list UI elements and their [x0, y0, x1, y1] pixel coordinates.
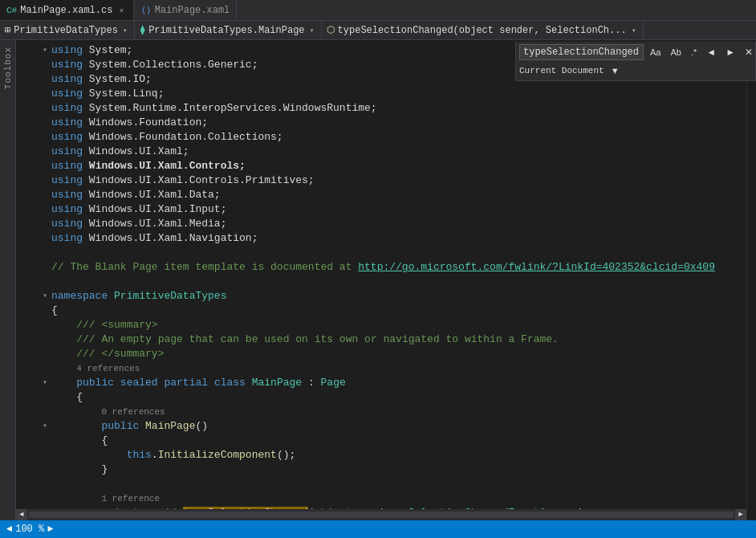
fold-button [39, 188, 51, 202]
token: SelectionChangedEventArgs [408, 507, 565, 509]
token: (); [277, 449, 295, 461]
token: 1 reference [101, 494, 160, 503]
code-content: public MainPage() [51, 419, 743, 434]
fold-button[interactable]: ▾ [39, 289, 51, 304]
class-icon: ⧫ [140, 24, 145, 36]
fold-button[interactable]: ▾ [39, 419, 51, 434]
zoom-increase-btn[interactable]: ► [47, 524, 53, 535]
tab-cs-close[interactable]: ✕ [116, 5, 127, 16]
token: using [51, 131, 83, 143]
find-regex-btn[interactable]: .* [688, 46, 700, 59]
breadcrumb-method[interactable]: ⬡ typeSelectionChanged(object sender, Se… [322, 21, 644, 39]
token: Page [321, 377, 346, 389]
code-line: 1 reference [16, 491, 746, 506]
token: , [396, 507, 408, 509]
token [565, 507, 571, 509]
token: using [51, 145, 83, 157]
token: : [302, 377, 320, 389]
find-prev-btn[interactable]: ◄ [703, 46, 719, 59]
find-next-btn[interactable]: ► [722, 46, 738, 59]
token: using [51, 232, 83, 244]
tab-cs[interactable]: C# MainPage.xaml.cs ✕ [0, 0, 134, 20]
find-close-btn[interactable]: ✕ [742, 46, 756, 59]
find-whole-word-btn[interactable]: Ab [667, 46, 684, 59]
code-line: using Windows.UI.Xaml.Input; [16, 202, 746, 217]
code-container[interactable]: ▾using System; using System.Collections.… [16, 40, 746, 509]
fold-button [39, 405, 51, 419]
token: Windows.UI.Xaml.Media; [83, 218, 226, 230]
token: namespace [51, 290, 108, 302]
token: Windows.UI.Xaml.Input; [83, 203, 226, 215]
fold-button [39, 145, 51, 159]
fold-button[interactable]: ▾ [39, 506, 51, 509]
fold-button [39, 477, 51, 491]
breadcrumb-namespace[interactable]: ⊞ PrimitiveDataTypes ▾ [0, 21, 135, 39]
fold-button [39, 434, 51, 448]
token [246, 377, 252, 389]
code-line: /// <summary> [16, 318, 746, 332]
code-content: using Windows.UI.Xaml.Media; [51, 217, 743, 231]
breadcrumb-method-label: typeSelectionChanged(object sender, Sele… [338, 25, 627, 36]
token [145, 507, 152, 509]
token: ( [308, 507, 315, 509]
token: using [51, 73, 83, 85]
fold-button [39, 361, 51, 376]
code-content: namespace PrimitiveDataTypes [51, 289, 743, 304]
code-content: { [51, 304, 743, 318]
fold-button [39, 202, 51, 217]
code-content: private void typeSelectionChanged(object… [51, 506, 743, 509]
find-match-case-btn[interactable]: Aa [647, 46, 664, 59]
code-content: using Windows.UI.Xaml.Navigation; [51, 231, 743, 246]
code-content: using Windows.UI.Xaml; [51, 145, 743, 159]
fold-button [39, 58, 51, 72]
scroll-left-btn[interactable]: ◄ [16, 509, 27, 520]
fold-button [39, 318, 51, 332]
token: Windows.UI.Xaml.Navigation; [83, 232, 258, 244]
find-input[interactable] [519, 44, 644, 60]
fold-button [39, 101, 51, 116]
code-line: /// </summary> [16, 347, 746, 361]
token: InitializeComponent [158, 449, 277, 461]
scroll-track[interactable] [29, 512, 734, 518]
code-content: this.InitializeComponent(); [51, 448, 743, 463]
breadcrumb-bar: ⊞ PrimitiveDataTypes ▾ ⧫ PrimitiveDataTy… [0, 21, 756, 40]
scroll-right-btn[interactable]: ► [735, 509, 746, 520]
zoom-control[interactable]: ◄ 100 % ► [6, 524, 53, 535]
code-line: ▾namespace PrimitiveDataTypes [16, 289, 746, 304]
token: () [195, 420, 208, 432]
hyperlink[interactable]: http://go.microsoft.com/fwlink/?LinkId=4… [358, 261, 715, 273]
code-line: 4 references [16, 361, 746, 376]
token: using [51, 102, 83, 114]
fold-button [39, 72, 51, 87]
token: 4 references [76, 364, 140, 373]
token: Windows.UI.Xaml.Data; [83, 189, 221, 201]
fold-button[interactable]: ▾ [39, 43, 51, 58]
bold-using: Windows.UI.Xaml.Controls; [89, 160, 246, 172]
editor-area: ▾using System; using System.Collections.… [16, 40, 746, 520]
zoom-decrease-btn[interactable]: ◄ [6, 524, 12, 535]
find-scope-dropdown[interactable]: ▼ [608, 64, 623, 77]
namespace-icon: ⊞ [5, 24, 10, 36]
fold-button [39, 390, 51, 405]
token: System.IO; [83, 73, 152, 85]
fold-button [39, 463, 51, 477]
code-line: using Windows.UI.Xaml.Controls.Primitive… [16, 173, 746, 188]
status-bar: ◄ 100 % ► [0, 520, 756, 538]
code-content: { [51, 390, 743, 405]
h-scrollbar[interactable]: ◄ ► [16, 509, 746, 520]
code-line [16, 246, 746, 260]
token: object [315, 507, 352, 509]
code-line: { [16, 434, 746, 448]
token: using [51, 116, 83, 128]
toolbox-sidebar[interactable]: Toolbox [0, 40, 16, 520]
right-margin-bar[interactable] [746, 40, 756, 520]
breadcrumb-class[interactable]: ⧫ PrimitiveDataTypes.MainPage ▾ [135, 21, 322, 39]
token: using [51, 88, 83, 100]
tab-xaml-label: MainPage.xaml [155, 5, 230, 16]
tab-xaml[interactable]: ⟨⟩ MainPage.xaml [134, 0, 237, 20]
token: using [51, 59, 83, 71]
token: System.Linq; [83, 88, 164, 100]
token: /// </summary> [76, 348, 164, 360]
token [108, 290, 114, 302]
fold-button[interactable]: ▾ [39, 376, 51, 390]
